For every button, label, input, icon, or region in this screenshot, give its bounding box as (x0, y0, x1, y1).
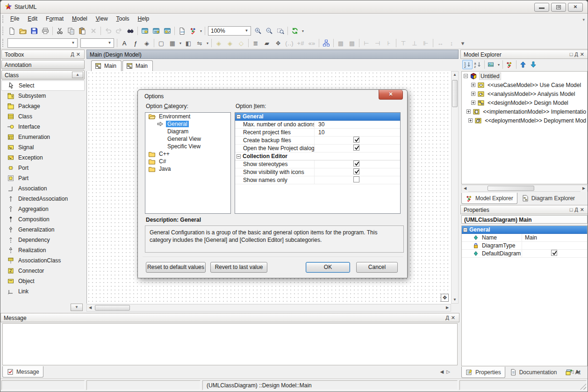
font-size-combo[interactable]: ▼ (80, 38, 114, 48)
expand-icon[interactable] (466, 109, 471, 114)
defaultdiagram-checkbox[interactable] (551, 250, 557, 256)
scroll-up-icon[interactable]: ▲ (72, 72, 83, 78)
option-value[interactable] (315, 176, 400, 184)
tab-scroll-left-icon[interactable]: ◀ (440, 369, 447, 374)
scrollbar-thumb[interactable] (488, 186, 534, 191)
show-number-button[interactable]: +# (295, 38, 306, 48)
move-up-button[interactable] (518, 60, 528, 69)
stereotype-label-button[interactable]: ◈ (224, 38, 236, 48)
show-stereotypes-checkbox[interactable] (353, 160, 359, 167)
close-icon[interactable]: ✕ (580, 207, 586, 212)
toolbar-grip[interactable] (2, 39, 4, 47)
tool-part[interactable]: Part (1, 173, 85, 183)
font-face-button[interactable]: A (119, 38, 130, 48)
minimize-button[interactable] (534, 3, 549, 12)
toolbox-section-class[interactable]: Class ▲ (1, 70, 85, 80)
collapse-icon[interactable] (237, 115, 241, 119)
scroll-left-icon[interactable]: ◀ (87, 305, 93, 311)
save-file-button[interactable] (29, 26, 40, 36)
space-horz-button[interactable]: ↔ (435, 38, 446, 48)
close-icon[interactable]: ✕ (580, 51, 586, 57)
chevron-down-icon[interactable]: ▼ (244, 28, 250, 34)
zoom-out-button[interactable] (264, 26, 275, 36)
property-value[interactable]: Main (522, 234, 587, 241)
category-c-[interactable]: C++ (145, 150, 230, 158)
redo-button[interactable] (114, 26, 125, 36)
reset-defaults-button[interactable]: Reset to default values (146, 262, 206, 273)
collapse-icon[interactable] (237, 154, 241, 159)
toolbar-grip[interactable] (2, 15, 4, 23)
close-icon[interactable]: ✕ (76, 51, 82, 57)
ok-button[interactable]: OK (306, 262, 350, 273)
xml-export-button[interactable]: xml (176, 26, 187, 36)
chevron-down-icon[interactable]: ▼ (107, 40, 113, 46)
menu-view[interactable]: View (92, 14, 112, 24)
tool-port[interactable]: Port (1, 163, 85, 173)
property-group-general[interactable]: General (462, 226, 587, 234)
tree-node[interactable]: <<implementationModel>> Implementatio (462, 107, 587, 116)
delete-button[interactable] (88, 26, 99, 36)
sort-by-index-button[interactable]: 12 (462, 60, 473, 69)
option-value[interactable]: 10 (315, 129, 400, 136)
pin-icon[interactable]: Д (574, 51, 580, 57)
canvas-vertical-scrollbar[interactable]: ▲ ▼ (451, 71, 459, 304)
tab-scroll-right-icon[interactable]: ▶ (576, 369, 583, 374)
tree-horizontal-scrollbar[interactable]: ◀ ▶ (461, 185, 588, 192)
maximize-button[interactable] (551, 3, 566, 12)
layer-button[interactable]: ▰ (261, 38, 272, 48)
collapse-icon[interactable] (464, 74, 468, 78)
option-group-collection-editor[interactable]: Collection Editor (235, 152, 400, 160)
grid-button[interactable]: ▦ (167, 38, 178, 48)
expand-icon[interactable] (471, 83, 475, 87)
chevron-down-icon[interactable]: ▾ (496, 63, 501, 67)
option-group-general[interactable]: General (235, 113, 400, 121)
tool-composition[interactable]: Composition (1, 214, 85, 225)
option-value[interactable] (315, 145, 400, 152)
stereotype-display-button[interactable] (486, 60, 496, 69)
chevron-down-icon[interactable]: ▼ (70, 40, 76, 46)
cut-button[interactable] (54, 26, 65, 36)
message-content[interactable] (2, 323, 458, 365)
pin-icon[interactable]: Д (574, 207, 580, 212)
tool-interface[interactable]: Interface (1, 122, 85, 132)
tab-scroll-right-icon[interactable]: ▷ (446, 369, 453, 374)
guillemet-button[interactable]: «» (306, 38, 317, 48)
font-name-combo[interactable]: ▼ (7, 38, 78, 48)
stereotype-none-button[interactable]: ◇ (236, 38, 247, 48)
tree-node[interactable]: <<useCaseModel>> Use Case Model (462, 80, 587, 89)
print-button[interactable] (40, 26, 51, 36)
expand-icon[interactable] (471, 101, 475, 105)
collapse-icon[interactable] (463, 228, 467, 232)
fill-color-button[interactable]: ◈ (141, 38, 152, 48)
show-names-only-checkbox[interactable] (353, 176, 359, 182)
revert-button[interactable]: Revert to last value (210, 262, 267, 273)
sort-alphabetic-button[interactable]: az (473, 60, 483, 69)
tool-package[interactable]: Package (1, 101, 85, 111)
document-view-button[interactable] (162, 26, 173, 36)
tool-directedassociation[interactable]: DirectedAssociation (1, 194, 85, 204)
tool-aggregation[interactable]: Aggregation (1, 204, 85, 214)
close-button[interactable]: ✕ (568, 3, 583, 12)
tool-generalization[interactable]: Generalization (1, 225, 85, 235)
pin-icon[interactable]: Д (71, 51, 76, 57)
menu-overflow-icon[interactable]: ▾ (582, 17, 585, 22)
style-check-button[interactable] (187, 26, 199, 36)
resize-grip[interactable] (580, 384, 586, 390)
tool-connector[interactable]: Connector (1, 266, 85, 276)
create-backup-files-checkbox[interactable] (353, 137, 359, 143)
chevron-down-icon[interactable]: ▾ (178, 41, 183, 45)
tree-node[interactable]: <<designModel>> Design Model (462, 98, 587, 107)
scroll-down-icon[interactable]: ▼ (71, 304, 83, 311)
group-button[interactable]: ▩ (335, 38, 346, 48)
tab-documentation[interactable]: Documentation (505, 367, 561, 378)
tool-association[interactable]: Association (1, 183, 85, 194)
tool-dependency[interactable]: Dependency (1, 235, 85, 245)
chevron-down-icon[interactable]: ▾ (301, 29, 305, 33)
option-value[interactable] (315, 137, 400, 144)
flip-button[interactable]: ⇋ (194, 38, 205, 48)
diagram-view-button[interactable] (151, 26, 162, 36)
tab-properties[interactable]: Properties (461, 367, 505, 378)
expand-icon[interactable] (468, 118, 473, 123)
tool-select[interactable]: Select (1, 80, 85, 91)
tool-exception[interactable]: Exception (1, 152, 85, 163)
